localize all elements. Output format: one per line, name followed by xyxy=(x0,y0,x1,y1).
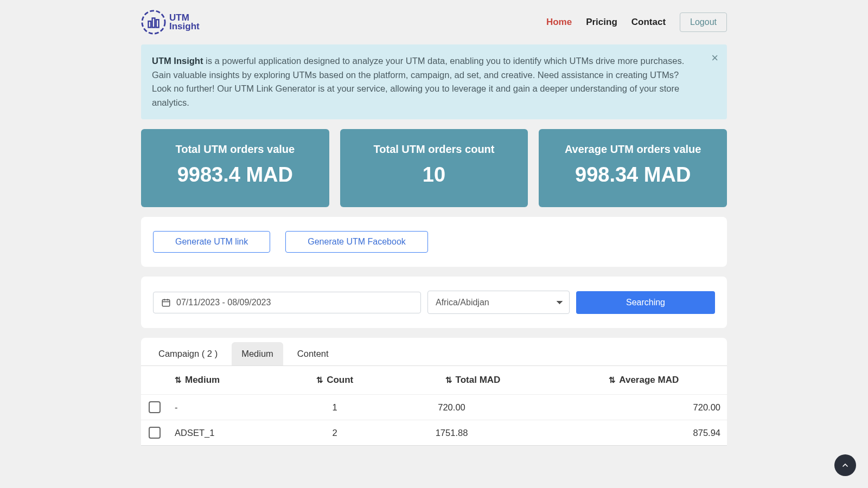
nav-pricing[interactable]: Pricing xyxy=(586,17,617,28)
generate-panel: Generate UTM link Generate UTM Facebook xyxy=(141,217,727,267)
logout-button[interactable]: Logout xyxy=(680,12,727,32)
generate-utm-facebook-button[interactable]: Generate UTM Facebook xyxy=(285,231,428,253)
tabs-panel: Campaign ( 2 ) Medium Content ⇅Medium ⇅C… xyxy=(141,338,727,446)
row-checkbox[interactable] xyxy=(149,401,161,413)
cell-average: 720.00 xyxy=(561,395,727,420)
calendar-icon xyxy=(161,298,171,307)
sort-icon: ⇅ xyxy=(175,375,182,385)
cell-medium: - xyxy=(168,395,285,420)
tab-campaign[interactable]: Campaign ( 2 ) xyxy=(149,342,227,365)
tab-content[interactable]: Content xyxy=(288,342,339,365)
cell-total: 720.00 xyxy=(385,395,561,420)
table-row: - 1 720.00 720.00 xyxy=(141,395,727,420)
card-title: Total UTM orders count xyxy=(351,143,518,156)
card-title: Average UTM orders value xyxy=(550,143,716,156)
cell-count: 2 xyxy=(285,420,385,446)
card-average-value: Average UTM orders value 998.34 MAD xyxy=(539,129,727,207)
cell-medium: ADSET_1 xyxy=(168,420,285,446)
card-title: Total UTM orders value xyxy=(152,143,318,156)
col-total[interactable]: ⇅Total MAD xyxy=(385,366,561,395)
card-value: 10 xyxy=(351,163,518,187)
card-value: 998.34 MAD xyxy=(550,163,716,187)
cell-total: 1751.88 xyxy=(385,420,561,446)
nav-contact[interactable]: Contact xyxy=(631,17,666,28)
search-button[interactable]: Searching xyxy=(576,291,715,314)
cell-count: 1 xyxy=(285,395,385,420)
sort-icon: ⇅ xyxy=(609,375,616,385)
timezone-select[interactable]: Africa/Abidjan xyxy=(427,291,570,314)
generate-utm-link-button[interactable]: Generate UTM link xyxy=(153,231,270,253)
cell-average: 875.94 xyxy=(561,420,727,446)
svg-point-0 xyxy=(142,11,165,34)
chevron-up-icon xyxy=(841,461,850,470)
logo-line2: Insight xyxy=(169,22,200,31)
svg-rect-3 xyxy=(156,20,159,27)
svg-rect-1 xyxy=(148,21,151,27)
scroll-top-button[interactable] xyxy=(834,454,856,476)
sort-icon: ⇅ xyxy=(445,375,452,385)
logo-chart-icon xyxy=(141,10,166,35)
card-total-value: Total UTM orders value 9983.4 MAD xyxy=(141,129,329,207)
logo[interactable]: UTM Insight xyxy=(141,10,200,35)
date-range-input[interactable]: 07/11/2023 - 08/09/2023 xyxy=(153,292,421,313)
banner-strong: UTM Insight xyxy=(152,56,203,66)
svg-rect-2 xyxy=(152,18,155,27)
date-range-value: 07/11/2023 - 08/09/2023 xyxy=(176,298,271,307)
close-icon: × xyxy=(711,51,718,65)
nav-home[interactable]: Home xyxy=(546,17,572,28)
table-row: ADSET_1 2 1751.88 875.94 xyxy=(141,420,727,446)
banner-text: is a powerful application designed to an… xyxy=(152,56,684,107)
tab-medium[interactable]: Medium xyxy=(232,342,283,365)
sort-icon: ⇅ xyxy=(316,375,323,385)
tabs: Campaign ( 2 ) Medium Content xyxy=(141,338,727,365)
header: UTM Insight Home Pricing Contact Logout xyxy=(141,0,727,44)
col-count[interactable]: ⇅Count xyxy=(285,366,385,395)
col-average[interactable]: ⇅Average MAD xyxy=(561,366,727,395)
main-nav: Home Pricing Contact Logout xyxy=(546,12,727,32)
col-medium[interactable]: ⇅Medium xyxy=(168,366,285,395)
card-total-count: Total UTM orders count 10 xyxy=(340,129,528,207)
info-banner: UTM Insight is a powerful application de… xyxy=(141,44,727,119)
stat-cards: Total UTM orders value 9983.4 MAD Total … xyxy=(141,129,727,207)
results-table: ⇅Medium ⇅Count ⇅Total MAD ⇅Average MAD -… xyxy=(141,365,727,445)
svg-rect-4 xyxy=(162,300,170,306)
search-panel: 07/11/2023 - 08/09/2023 Africa/Abidjan S… xyxy=(141,277,727,328)
card-value: 9983.4 MAD xyxy=(152,163,318,187)
banner-close-button[interactable]: × xyxy=(711,51,718,65)
row-checkbox[interactable] xyxy=(149,427,161,439)
